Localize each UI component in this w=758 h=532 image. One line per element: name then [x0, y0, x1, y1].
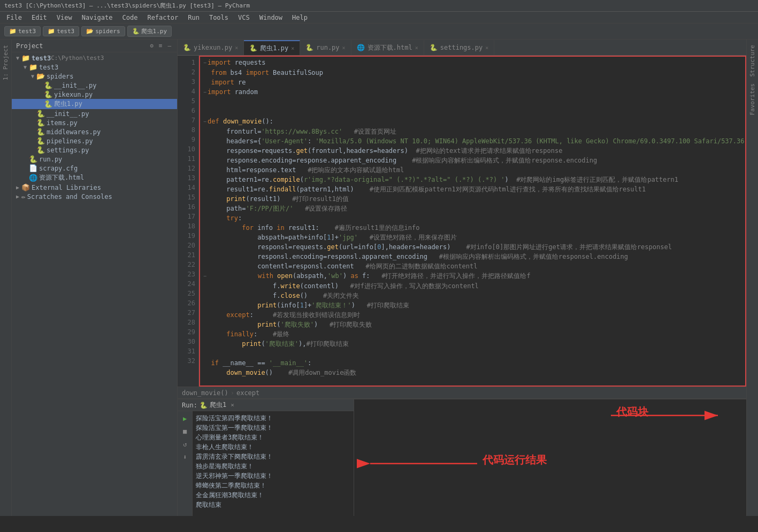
output-line-6: 独步星海爬取结束！	[196, 461, 350, 471]
menu-run[interactable]: Run	[183, 13, 204, 22]
run-icon: 🐍	[200, 402, 208, 409]
tab-close-html[interactable]: ×	[415, 45, 418, 51]
code-editor[interactable]: 12345 678910 1112131415 1617181920 21222…	[178, 56, 746, 387]
output-line-3: 心理测量者3爬取结束！	[196, 433, 350, 442]
tree-run[interactable]: 🐍 run.py	[12, 155, 177, 164]
menu-refactor[interactable]: Refactor	[143, 13, 182, 22]
tree-init-spiders[interactable]: 🐍 __init__.py	[12, 81, 177, 90]
project-icon: 📁	[9, 28, 17, 35]
tab-close-paichong[interactable]: ×	[291, 45, 294, 51]
right-strip: Structure Favorites	[746, 40, 758, 516]
file-icon: 🐍	[132, 28, 140, 35]
tab-icon-settings: 🐍	[430, 44, 438, 51]
menu-bar: File Edit View Navigate Code Refactor Ru…	[0, 12, 758, 24]
run-title: Run: 🐍 爬虫1 ×	[182, 400, 234, 410]
title-text: test3 [C:\Python\test3] – ...\test3\spid…	[4, 2, 250, 10]
bottom-area: Run: 🐍 爬虫1 × ▶ ■ ↺ ⬇ 探险活宝第四季爬取结束！	[178, 398, 746, 516]
tree-test3[interactable]: ▼ 📁 test3	[12, 63, 177, 72]
annotation-area: 代码运行结果 代码块	[354, 399, 746, 516]
output-line-10: 爬取结束	[196, 500, 350, 510]
close-panel-icon[interactable]: —	[166, 42, 173, 50]
tab-paichong[interactable]: 🐍 爬虫1.py ×	[244, 40, 300, 55]
run-sidebar: ▶ ■ ↺ ⬇	[178, 411, 193, 516]
toolbar-module[interactable]: 📁 test3	[43, 26, 79, 36]
tab-yikexun[interactable]: 🐍 yikexun.py ×	[178, 40, 244, 55]
tree-init-root[interactable]: 🐍 __init__.py	[12, 109, 177, 118]
structure-tab[interactable]: Structure	[748, 42, 757, 80]
collapse-icon[interactable]: ≡	[157, 42, 164, 50]
tab-close-yikexun[interactable]: ×	[235, 45, 238, 51]
run-output-area: ▶ ■ ↺ ⬇ 探险活宝第四季爬取结束！ 探险活宝第一季爬取结束！ 心理测量者3…	[178, 411, 354, 516]
tree-items[interactable]: 🐍 items.py	[12, 118, 177, 127]
code-content[interactable]: −import requests from bs4 import Beautif…	[199, 56, 746, 387]
toolbar-project[interactable]: 📁 test3	[4, 26, 41, 36]
breadcrumb-item-2: except	[236, 389, 259, 397]
output-line-4: 非枪人生爬取结束！	[196, 442, 350, 452]
menu-file[interactable]: File	[2, 13, 26, 22]
line-numbers: 12345 678910 1112131415 1617181920 21222…	[178, 56, 199, 387]
menu-edit[interactable]: Edit	[27, 13, 51, 22]
project-tab[interactable]: 1: Project	[1, 42, 10, 83]
panel-title: Project	[16, 42, 43, 50]
tree-yikexun[interactable]: 🐍 yikexun.py	[12, 90, 177, 99]
run-output: 探险活宝第四季爬取结束！ 探险活宝第一季爬取结束！ 心理测量者3爬取结束！ 非枪…	[193, 411, 354, 516]
tree-paichong[interactable]: 🐍 爬虫1.py	[12, 99, 177, 109]
tab-html[interactable]: 🌐 资源下载.html ×	[351, 40, 424, 55]
breadcrumb-bar: down_movie() › except	[178, 387, 746, 398]
tab-icon-yikexun: 🐍	[183, 44, 191, 51]
project-panel-header: Project ⚙ ≡ —	[12, 40, 177, 52]
run-label: Run:	[182, 402, 197, 409]
panel-icons: ⚙ ≡ —	[148, 42, 173, 50]
favorites-tab[interactable]: Favorites	[748, 80, 757, 119]
run-play-btn[interactable]: ▶	[180, 413, 190, 424]
tree-container: ▼ 📁 test3 C:\Python\test3 ▼ 📁 test3 ▼ 📂 …	[12, 52, 177, 516]
tree-scratches[interactable]: ▶ ✏️ Scratches and Consoles	[12, 192, 177, 201]
tree-pipelines[interactable]: 🐍 pipelines.py	[12, 136, 177, 145]
run-panel: Run: 🐍 爬虫1 × ▶ ■ ↺ ⬇ 探险活宝第四季爬取结束！	[178, 399, 354, 516]
menu-vcs[interactable]: VCS	[234, 13, 254, 22]
menu-help[interactable]: Help	[288, 13, 312, 22]
tree-middlewares[interactable]: 🐍 middlewares.py	[12, 127, 177, 136]
main-layout: 1: Project Project ⚙ ≡ — ▼ 📁 test3 C:\Py…	[0, 40, 758, 516]
menu-navigate[interactable]: Navigate	[78, 13, 117, 22]
run-stop-btn[interactable]: ■	[180, 426, 190, 437]
output-line-7: 逆天邪神第一季爬取结束！	[196, 471, 350, 481]
module-icon: 📁	[48, 28, 55, 35]
menu-tools[interactable]: Tools	[205, 13, 233, 22]
annotation-run-result: 代码运行结果	[483, 453, 547, 467]
run-scroll-end-btn[interactable]: ⬇	[180, 452, 190, 462]
left-strip: 1: Project	[0, 40, 12, 516]
tree-root[interactable]: ▼ 📁 test3 C:\Python\test3	[12, 53, 177, 63]
tab-close-run[interactable]: ×	[342, 45, 346, 51]
tree-spiders[interactable]: ▼ 📂 spiders	[12, 72, 177, 81]
breadcrumb-item-1: down_movie()	[182, 389, 228, 397]
tree-external[interactable]: ▶ 📦 External Libraries	[12, 183, 177, 192]
spiders-icon: 📂	[86, 28, 94, 35]
settings-icon[interactable]: ⚙	[148, 42, 155, 50]
toolbar-spiders[interactable]: 📂 spiders	[81, 26, 125, 36]
tab-icon-paichong: 🐍	[249, 44, 257, 52]
tree-settings[interactable]: 🐍 settings.py	[12, 145, 177, 155]
editor-area: 🐍 yikexun.py × 🐍 爬虫1.py × 🐍 run.py × 🌐 资…	[178, 40, 746, 516]
run-rerun-btn[interactable]: ↺	[180, 439, 190, 450]
title-bar: test3 [C:\Python\test3] – ...\test3\spid…	[0, 0, 758, 12]
menu-view[interactable]: View	[52, 13, 76, 22]
toolbar-file[interactable]: 🐍 爬虫1.py	[127, 26, 172, 37]
run-close-icon[interactable]: ×	[231, 402, 234, 408]
tab-icon-html: 🌐	[357, 44, 365, 51]
annotation-svg	[354, 399, 746, 516]
tab-run[interactable]: 🐍 run.py ×	[300, 40, 351, 55]
tree-html[interactable]: 🌐 资源下载.html	[12, 173, 177, 183]
output-line-9: 全金属狂潮3爬取结束！	[196, 490, 350, 500]
tab-settings[interactable]: 🐍 settings.py ×	[424, 40, 495, 55]
breadcrumb-separator: ›	[231, 389, 234, 397]
tab-close-settings[interactable]: ×	[485, 45, 488, 51]
menu-window[interactable]: Window	[255, 13, 287, 22]
project-panel: Project ⚙ ≡ — ▼ 📁 test3 C:\Python\test3 …	[12, 40, 178, 516]
menu-code[interactable]: Code	[118, 13, 142, 22]
output-line-8: 蟑螂侠第二季爬取结束！	[196, 481, 350, 490]
tree-cfg[interactable]: 📄 scrapy.cfg	[12, 164, 177, 173]
run-header: Run: 🐍 爬虫1 ×	[178, 399, 354, 411]
annotation-code-block: 代码块	[616, 405, 648, 419]
output-line-1: 探险活宝第四季爬取结束！	[196, 413, 350, 423]
